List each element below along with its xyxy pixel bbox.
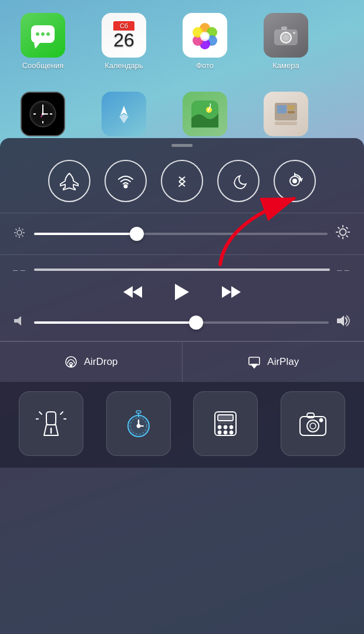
camera-quick-button[interactable]: [281, 391, 345, 456]
svg-point-40: [17, 230, 22, 235]
svg-point-88: [224, 431, 227, 434]
play-button[interactable]: [174, 283, 190, 301]
calculator-icon: [210, 408, 241, 439]
svg-point-14: [283, 35, 289, 41]
airplay-button[interactable]: AirPlay: [183, 342, 365, 382]
app-icon-photos[interactable]: Фото: [167, 6, 243, 76]
media-controls: [0, 277, 364, 310]
svg-point-34: [124, 185, 127, 188]
svg-line-56: [346, 227, 348, 229]
svg-point-11: [200, 32, 210, 41]
wifi-button[interactable]: [105, 160, 147, 202]
svg-marker-58: [123, 286, 133, 298]
control-center: – – – –: [0, 138, 364, 634]
svg-marker-1: [34, 43, 40, 49]
do-not-disturb-button[interactable]: [217, 160, 259, 202]
app-icon-photobook-partial[interactable]: [248, 87, 324, 140]
svg-rect-69: [46, 412, 56, 425]
app-icon-messages[interactable]: Сообщения: [5, 6, 81, 76]
airplane-mode-button[interactable]: [48, 160, 90, 202]
bluetooth-button[interactable]: [161, 160, 203, 202]
fast-forward-button[interactable]: [221, 284, 242, 300]
svg-point-4: [46, 32, 50, 36]
svg-line-45: [16, 229, 17, 230]
svg-marker-62: [231, 286, 241, 298]
svg-rect-30: [277, 105, 287, 113]
brightness-high-icon: [335, 224, 351, 244]
svg-marker-63: [14, 316, 21, 326]
volume-slider-row: [0, 310, 364, 341]
app-icon-camera[interactable]: Камера: [248, 6, 324, 76]
airdrop-icon: [64, 355, 78, 369]
svg-rect-32: [288, 111, 295, 113]
media-low-icon: – –: [13, 264, 27, 274]
game-icon: [102, 92, 146, 136]
svg-rect-81: [136, 411, 141, 413]
svg-point-86: [230, 426, 233, 429]
calendar-icon: Сб 26: [102, 13, 146, 58]
brightness-thumb[interactable]: [130, 227, 144, 241]
timer-icon: [123, 408, 154, 439]
svg-point-89: [230, 431, 233, 434]
svg-point-66: [70, 365, 72, 367]
svg-line-46: [22, 235, 23, 236]
media-high-icon: – –: [337, 264, 351, 274]
svg-point-93: [310, 423, 316, 429]
quick-actions-row: [0, 382, 364, 468]
media-fill: [34, 269, 330, 271]
flashlight-icon: [36, 408, 66, 439]
svg-line-55: [346, 236, 348, 237]
svg-point-84: [218, 426, 221, 429]
maps-icon: [183, 92, 227, 136]
airdrop-button[interactable]: AirDrop: [0, 342, 183, 382]
svg-line-54: [338, 227, 340, 229]
messages-icon: [21, 13, 65, 58]
volume-high-icon: [336, 314, 351, 330]
timer-button[interactable]: [106, 391, 171, 456]
app-icon-clock-partial[interactable]: [5, 87, 81, 140]
svg-point-92: [307, 420, 319, 432]
svg-marker-64: [337, 316, 344, 326]
photos-icon: [183, 13, 227, 58]
airdrop-label: AirDrop: [84, 356, 118, 368]
rotation-lock-button[interactable]: [274, 160, 316, 202]
svg-rect-83: [218, 415, 233, 421]
svg-point-16: [293, 32, 295, 34]
svg-marker-60: [175, 284, 189, 300]
cc-bottom-row: AirDrop AirPlay: [0, 341, 364, 382]
volume-fill: [34, 321, 196, 324]
calculator-button[interactable]: [193, 391, 258, 456]
airplay-icon: [247, 355, 261, 369]
media-volume-slider-row: – – – –: [0, 255, 364, 277]
svg-rect-33: [275, 122, 297, 125]
svg-line-71: [39, 412, 42, 414]
svg-point-80: [137, 425, 140, 428]
brightness-track[interactable]: [34, 233, 328, 235]
svg-rect-67: [249, 357, 259, 365]
app-icon-game-partial[interactable]: [86, 87, 162, 140]
svg-rect-31: [288, 105, 295, 110]
flashlight-button[interactable]: [19, 391, 83, 456]
svg-point-87: [218, 431, 221, 434]
clock-icon: [21, 92, 65, 136]
camera-quick-icon: [298, 408, 328, 439]
app-icon-maps-partial[interactable]: [167, 87, 243, 140]
svg-point-95: [319, 419, 322, 422]
svg-marker-68: [251, 364, 257, 368]
svg-point-2: [36, 32, 39, 36]
app-icon-calendar[interactable]: Сб 26 Календарь: [86, 6, 162, 76]
svg-point-26: [42, 113, 44, 115]
rewind-button[interactable]: [122, 284, 143, 300]
svg-line-47: [22, 229, 23, 230]
cc-toggles-row: [0, 147, 364, 213]
photobook-icon: [264, 92, 308, 136]
svg-marker-59: [133, 286, 142, 298]
svg-line-48: [16, 235, 17, 236]
volume-track[interactable]: [34, 321, 329, 324]
svg-point-38: [293, 179, 296, 183]
svg-marker-61: [222, 286, 231, 298]
volume-thumb[interactable]: [189, 316, 203, 330]
svg-point-49: [340, 229, 346, 236]
volume-low-icon: [13, 315, 27, 330]
media-track[interactable]: [34, 269, 330, 271]
